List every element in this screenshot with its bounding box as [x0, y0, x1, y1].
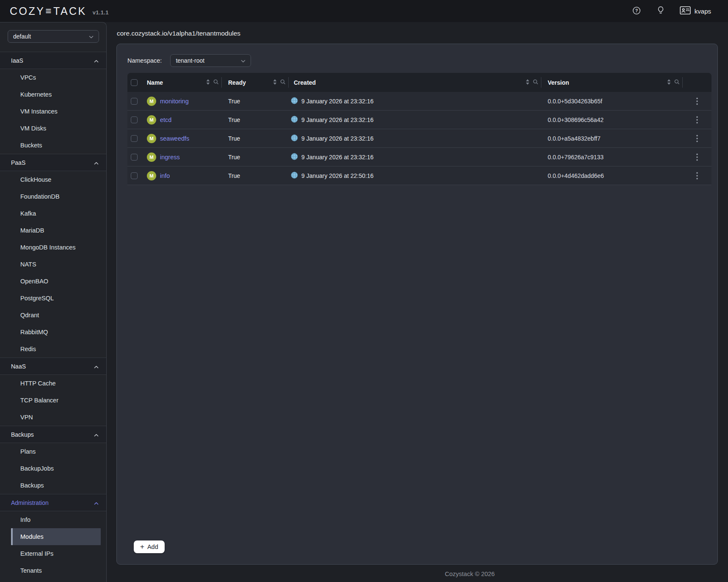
globe-icon [291, 116, 298, 124]
row-checkbox[interactable] [131, 116, 138, 123]
sidebar-item-rabbitmq[interactable]: RabbitMQ [0, 324, 106, 341]
module-name-link[interactable]: seaweedfs [160, 135, 189, 142]
sort-icon[interactable] [667, 79, 671, 86]
section-label: PaaS [11, 159, 25, 166]
sidebar-item-modules[interactable]: Modules [11, 528, 101, 545]
sidebar-item-kafka[interactable]: Kafka [0, 205, 106, 222]
sidebar-section-backups[interactable]: Backups [0, 426, 106, 443]
logo-equals-glyph: ≡ [45, 5, 53, 17]
sort-icon[interactable] [206, 79, 210, 86]
module-name-link[interactable]: ingress [160, 154, 180, 161]
sidebar-section-naas[interactable]: NaaS [0, 358, 106, 375]
chevron-up-icon [94, 499, 99, 506]
app-version: v1.1.1 [93, 9, 109, 16]
sidebar-item-mongodb-instances[interactable]: MongoDB Instances [0, 239, 106, 256]
row-actions-menu[interactable] [693, 96, 701, 107]
search-icon[interactable] [674, 79, 680, 86]
module-avatar: M [147, 97, 156, 106]
search-icon[interactable] [280, 79, 286, 86]
row-actions-menu[interactable] [693, 170, 701, 181]
section-label: Administration [11, 499, 49, 506]
sidebar-item-openbao[interactable]: OpenBAO [0, 273, 106, 290]
ready-value: True [222, 116, 289, 123]
sidebar-item-nats[interactable]: NATS [0, 256, 106, 273]
user-menu[interactable]: kvaps [680, 6, 711, 16]
created-value: 9 January 2026 at 23:32:16 [301, 116, 373, 123]
namespace-select-value: tenant-root [176, 57, 204, 64]
row-actions-menu[interactable] [693, 133, 701, 144]
cluster-context-select[interactable]: default [8, 30, 99, 43]
sidebar-section-paas[interactable]: PaaS [0, 154, 106, 171]
context-select-value: default [13, 33, 31, 40]
row-checkbox[interactable] [131, 135, 138, 142]
sidebar-item-plans[interactable]: Plans [0, 443, 106, 460]
svg-text:?: ? [635, 8, 638, 13]
namespace-label: Namespace: [127, 57, 162, 64]
sidebar-item-backups[interactable]: Backups [0, 477, 106, 494]
sidebar-item-redis[interactable]: Redis [0, 341, 106, 358]
row-actions-menu[interactable] [693, 152, 701, 163]
sidebar-item-backupjobs[interactable]: BackupJobs [0, 460, 106, 477]
section-items-paas: ClickHouse FoundationDB Kafka MariaDB Mo… [0, 171, 106, 358]
row-checkbox[interactable] [131, 98, 138, 105]
version-value: 0.0.0+4d462dadd6e6 [541, 172, 683, 179]
username-label: kvaps [695, 8, 711, 15]
column-label: Created [294, 79, 316, 86]
column-header-name: Name [144, 73, 222, 92]
sidebar-item-info[interactable]: Info [0, 511, 106, 528]
row-checkbox[interactable] [131, 154, 138, 161]
sidebar-item-mariadb[interactable]: MariaDB [0, 222, 106, 239]
sidebar-item-vm-instances[interactable]: VM Instances [0, 103, 106, 120]
sidebar-item-buckets[interactable]: Buckets [0, 137, 106, 154]
lightbulb-icon [657, 6, 665, 16]
row-checkbox[interactable] [131, 172, 138, 179]
sidebar-section-iaas[interactable]: IaaS [0, 52, 106, 69]
search-icon[interactable] [213, 79, 219, 86]
row-actions-menu[interactable] [693, 114, 701, 125]
sidebar-item-vm-disks[interactable]: VM Disks [0, 120, 106, 137]
version-value: 0.0.0+79626a7c9133 [541, 154, 683, 161]
add-button[interactable]: + Add [134, 540, 165, 553]
sidebar-item-kubernetes[interactable]: Kubernetes [0, 86, 106, 103]
sidebar-item-foundationdb[interactable]: FoundationDB [0, 188, 106, 205]
sidebar-item-qdrant[interactable]: Qdrant [0, 307, 106, 324]
table-row: M etcd True 9 January 2026 at 23:32:16 0… [127, 111, 711, 129]
sidebar-item-vpcs[interactable]: VPCs [0, 69, 106, 86]
module-name-link[interactable]: info [160, 172, 170, 179]
chevron-up-icon [94, 57, 99, 64]
logo-text-suffix: TACK [53, 5, 87, 17]
sidebar-item-tenants[interactable]: Tenants [0, 562, 106, 579]
add-button-label: Add [147, 543, 158, 550]
search-icon[interactable] [533, 79, 538, 86]
sidebar-section-administration[interactable]: Administration [0, 494, 106, 511]
module-avatar: M [147, 134, 156, 143]
logo-text-prefix: COZY [10, 5, 45, 17]
theme-toggle-button[interactable] [656, 5, 665, 17]
section-items-backups: Plans BackupJobs Backups [0, 443, 106, 494]
module-avatar: M [147, 152, 156, 162]
module-name-link[interactable]: etcd [160, 116, 171, 123]
sort-icon[interactable] [526, 79, 529, 86]
column-label: Name [147, 79, 163, 86]
select-all-checkbox[interactable] [131, 79, 138, 86]
module-name-link[interactable]: monitoring [160, 98, 189, 105]
sidebar-item-tcp-balancer[interactable]: TCP Balancer [0, 392, 106, 409]
namespace-row: Namespace: tenant-root [127, 54, 709, 67]
breadcrumb: core.cozystack.io/v1alpha1/tenantmodules [117, 29, 728, 38]
plus-icon: + [140, 543, 144, 550]
sidebar-item-external-ips[interactable]: External IPs [0, 545, 106, 562]
help-button[interactable]: ? [631, 6, 642, 17]
sidebar-item-clickhouse[interactable]: ClickHouse [0, 171, 106, 188]
select-all-cell [127, 73, 144, 92]
table-row: M monitoring True 9 January 2026 at 23:3… [127, 92, 711, 111]
chevron-down-icon [241, 57, 245, 64]
section-items-administration: Info Modules External IPs Tenants [0, 511, 106, 579]
section-label: Backups [11, 431, 34, 438]
namespace-select[interactable]: tenant-root [170, 54, 251, 67]
sidebar-item-postgresql[interactable]: PostgreSQL [0, 290, 106, 307]
chevron-up-icon [94, 431, 99, 438]
sidebar-item-http-cache[interactable]: HTTP Cache [0, 375, 106, 392]
sort-icon[interactable] [273, 79, 277, 86]
sidebar-item-vpn[interactable]: VPN [0, 409, 106, 426]
ready-value: True [222, 135, 289, 142]
